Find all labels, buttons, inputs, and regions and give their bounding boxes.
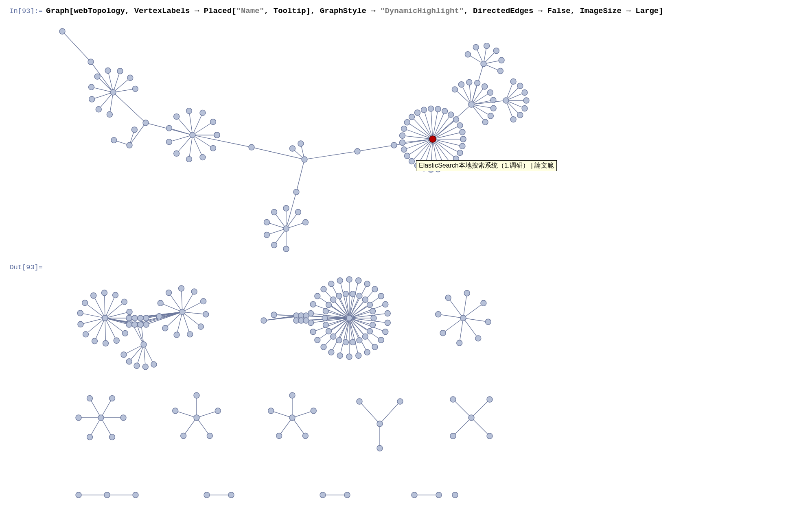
- graph-node[interactable]: [372, 286, 378, 292]
- input-code[interactable]: Graph[webTopology, VertexLabels → Placed…: [46, 2, 663, 15]
- graph-node[interactable]: [303, 318, 309, 323]
- graph-node[interactable]: [264, 220, 269, 225]
- graph-node[interactable]: [78, 321, 83, 327]
- graph-node[interactable]: [499, 57, 504, 63]
- graph-node[interactable]: [448, 161, 454, 166]
- graph-node[interactable]: [143, 120, 149, 126]
- graph-node[interactable]: [412, 492, 417, 498]
- graph-node[interactable]: [107, 111, 112, 117]
- graph-node[interactable]: [271, 312, 277, 318]
- graph-node[interactable]: [357, 338, 362, 343]
- graph-node[interactable]: [264, 232, 269, 238]
- graph-node[interactable]: [158, 300, 163, 306]
- graph-node[interactable]: [122, 330, 128, 336]
- graph-node[interactable]: [121, 352, 127, 358]
- graph-node[interactable]: [391, 142, 397, 148]
- graph-output[interactable]: ElasticSearch本地搜索系统（1.调研） | 論文範: [46, 17, 600, 517]
- graph-node[interactable]: [428, 167, 434, 172]
- graph-node[interactable]: [127, 309, 132, 315]
- graph-node[interactable]: [370, 308, 376, 314]
- graph-node[interactable]: [468, 102, 474, 107]
- graph-node[interactable]: [440, 330, 446, 336]
- graph-node[interactable]: [166, 290, 172, 296]
- graph-node[interactable]: [194, 415, 199, 421]
- graph-node[interactable]: [364, 349, 370, 355]
- graph-node[interactable]: [194, 392, 199, 398]
- graph-node[interactable]: [290, 146, 296, 151]
- graph-node[interactable]: [397, 399, 403, 404]
- graph-node[interactable]: [362, 334, 368, 339]
- graph-node[interactable]: [442, 108, 448, 114]
- graph-node[interactable]: [522, 90, 528, 96]
- graph-node[interactable]: [311, 408, 316, 414]
- graph-node[interactable]: [181, 433, 186, 438]
- graph-node[interactable]: [356, 278, 361, 283]
- graph-node[interactable]: [448, 112, 454, 118]
- graph-node[interactable]: [323, 308, 328, 314]
- graph-node[interactable]: [378, 293, 384, 299]
- graph-node[interactable]: [487, 433, 493, 439]
- graph-node[interactable]: [166, 139, 172, 145]
- graph-node[interactable]: [289, 392, 295, 398]
- graph-node[interactable]: [466, 79, 472, 85]
- graph-node[interactable]: [191, 289, 197, 294]
- graph-node[interactable]: [510, 78, 516, 84]
- graph-node[interactable]: [174, 150, 180, 156]
- graph-node[interactable]: [370, 322, 376, 328]
- graph-node[interactable]: [138, 322, 143, 327]
- graph-node[interactable]: [460, 315, 466, 321]
- graph-node[interactable]: [409, 159, 415, 164]
- graph-node[interactable]: [94, 74, 100, 79]
- graph-node[interactable]: [385, 311, 390, 316]
- graph-node[interactable]: [200, 155, 206, 160]
- graph-node[interactable]: [421, 166, 427, 171]
- graph-node[interactable]: [315, 293, 320, 299]
- graph-node[interactable]: [156, 314, 162, 319]
- graph-node[interactable]: [98, 415, 104, 421]
- graph-node[interactable]: [377, 421, 383, 427]
- graph-node[interactable]: [142, 364, 148, 370]
- graph-node[interactable]: [126, 359, 132, 364]
- graph-node[interactable]: [82, 300, 88, 306]
- graph-node[interactable]: [214, 132, 220, 138]
- graph-node[interactable]: [132, 322, 138, 327]
- graph-node[interactable]: [356, 353, 361, 358]
- graph-node[interactable]: [261, 318, 267, 323]
- graph-node[interactable]: [475, 80, 480, 86]
- graph-node[interactable]: [283, 246, 289, 252]
- graph-node[interactable]: [126, 315, 132, 321]
- graph-node[interactable]: [484, 43, 490, 49]
- graph-node[interactable]: [343, 291, 348, 297]
- graph-node[interactable]: [186, 156, 192, 162]
- graph-node[interactable]: [377, 445, 383, 451]
- graph-node[interactable]: [404, 120, 410, 125]
- graph-node[interactable]: [320, 492, 326, 498]
- graph-node[interactable]: [203, 312, 209, 317]
- graph-node[interactable]: [371, 315, 377, 321]
- graph-node[interactable]: [126, 322, 132, 327]
- graph-node[interactable]: [517, 112, 523, 118]
- graph-node[interactable]: [249, 144, 254, 150]
- graph-node[interactable]: [89, 84, 94, 90]
- graph-node[interactable]: [111, 137, 117, 143]
- graph-node[interactable]: [452, 492, 458, 498]
- graph-node[interactable]: [331, 297, 336, 303]
- graph-node[interactable]: [337, 278, 343, 283]
- graph-node[interactable]: [337, 353, 343, 358]
- graph-node[interactable]: [201, 299, 206, 304]
- graph-node[interactable]: [435, 106, 441, 112]
- graph-node[interactable]: [401, 147, 407, 153]
- graph-node[interactable]: [109, 395, 115, 401]
- graph-node[interactable]: [328, 281, 334, 287]
- graph-node[interactable]: [485, 319, 491, 325]
- graph-node[interactable]: [357, 293, 362, 299]
- graph-node[interactable]: [445, 295, 451, 301]
- graph-node[interactable]: [488, 113, 493, 119]
- graph-node[interactable]: [109, 434, 115, 440]
- graph-node[interactable]: [96, 107, 101, 112]
- graph-node[interactable]: [517, 83, 523, 89]
- graph-node[interactable]: [117, 68, 123, 74]
- graph-node[interactable]: [132, 315, 138, 321]
- graph-node[interactable]: [88, 59, 94, 65]
- graph-node[interactable]: [89, 96, 95, 102]
